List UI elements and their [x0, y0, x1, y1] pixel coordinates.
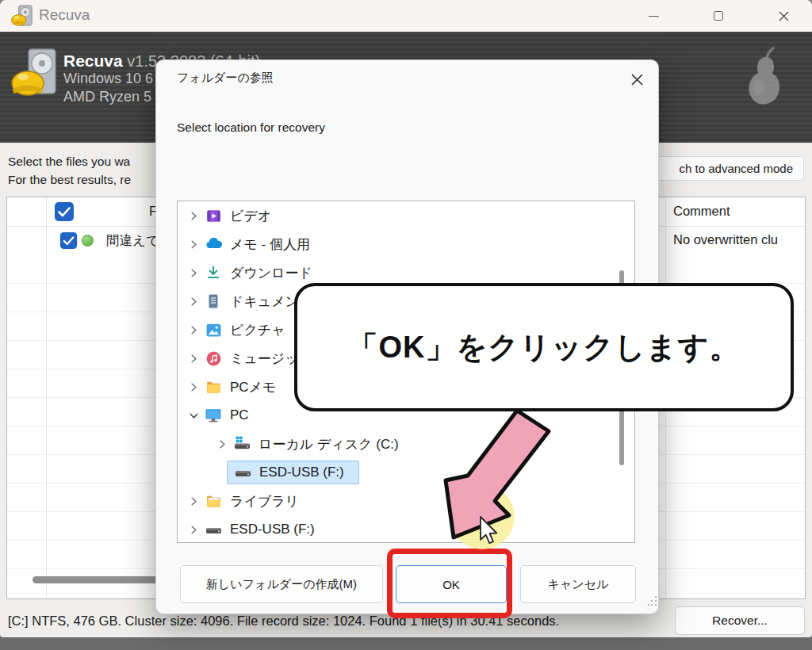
desktop-background-strip — [0, 637, 812, 650]
tree-item-1[interactable]: ビデオ — [178, 201, 634, 230]
dialog-subtitle: Select location for recovery — [177, 120, 325, 135]
chevron-right-icon[interactable] — [186, 381, 201, 393]
chevron-right-icon[interactable] — [186, 210, 201, 222]
title-bar: Recuva — [0, 0, 812, 32]
new-folder-label: 新しいフォルダーの作成(M) — [206, 577, 357, 592]
os-line: Windows 10 6 — [63, 71, 153, 87]
maximize-button[interactable] — [700, 0, 737, 32]
chevron-right-icon[interactable] — [186, 353, 201, 365]
tree-item-label: ESD-USB (F:) — [259, 465, 344, 480]
music-icon — [205, 350, 222, 367]
tree-item-label: ミュージッ — [230, 350, 299, 368]
tree-item-label: PC — [230, 407, 249, 423]
recuva-logo — [11, 48, 60, 106]
tree-item-label: ピクチャ — [230, 321, 285, 339]
piriform-pear-icon — [745, 46, 787, 109]
chevron-right-icon[interactable] — [186, 267, 201, 279]
row-comment: No overwritten clu — [673, 232, 804, 247]
chevron-right-icon[interactable] — [186, 495, 201, 507]
close-button[interactable] — [765, 0, 802, 32]
pictures-icon — [205, 321, 222, 338]
chevron-right-icon[interactable] — [186, 239, 201, 250]
drive-icon — [234, 464, 251, 481]
app-name: Recuva — [63, 52, 123, 70]
tree-item-label: PCメモ — [230, 378, 276, 396]
library-icon — [205, 492, 222, 510]
tree-item-9[interactable]: ローカル ディスク (C:) — [178, 430, 634, 458]
dialog-close-button[interactable] — [619, 63, 654, 95]
windows-drive-icon — [233, 435, 251, 453]
recover-button[interactable]: Recover... — [675, 606, 805, 635]
tree-item-label: ダウンロード — [230, 264, 312, 282]
row-checkbox[interactable] — [59, 231, 78, 250]
cancel-button[interactable]: キャンセル — [520, 565, 636, 603]
tree-item-label: ESD-USB (F:) — [230, 522, 315, 537]
minimize-icon — [649, 16, 659, 17]
dialog-title: フォルダーの参照 — [177, 71, 274, 86]
tree-item-11[interactable]: ライブラリ — [178, 487, 634, 515]
chevron-right-icon[interactable] — [186, 324, 201, 336]
tree-item-label: ライブラリ — [230, 492, 299, 510]
advanced-mode-label: ch to advanced mode — [680, 162, 793, 175]
ok-button-highlight-box — [387, 549, 512, 618]
resize-grip-icon[interactable] — [648, 596, 657, 606]
column-header-comment[interactable]: Comment — [673, 204, 730, 219]
annotation-text: 「OK」をクリックします。 — [347, 327, 740, 368]
maximize-icon — [714, 11, 723, 21]
cpu-line: AMD Ryzen 5 — [63, 89, 151, 105]
window-title: Recuva — [39, 6, 90, 24]
recover-label: Recover... — [712, 614, 768, 628]
select-all-checkbox[interactable] — [54, 201, 75, 222]
annotation-callout: 「OK」をクリックします。 — [294, 283, 794, 411]
chevron-right-icon[interactable] — [215, 438, 229, 450]
selected-tree-item-highlight: ESD-USB (F:) — [227, 461, 359, 484]
screen: Recuva Recuva v1.53.2083 (64-bit) Window… — [0, 0, 812, 650]
tree-item-2[interactable]: メモ - 個人用 — [178, 230, 634, 258]
new-folder-button[interactable]: 新しいフォルダーの作成(M) — [180, 565, 383, 603]
document-icon — [205, 292, 222, 310]
folder-icon — [205, 378, 222, 396]
tree-item-label: ドキュメン — [230, 292, 299, 311]
intro-line-1: Select the files you wa — [8, 155, 130, 169]
onedrive-icon — [205, 235, 222, 253]
intro-line-2: For the best results, re — [8, 173, 131, 187]
chevron-right-icon[interactable] — [186, 524, 201, 536]
tree-item-label: メモ - 個人用 — [230, 235, 310, 254]
chevron-down-icon[interactable] — [186, 410, 201, 422]
download-icon — [205, 264, 222, 281]
pc-icon — [205, 407, 222, 424]
chevron-right-icon[interactable] — [186, 296, 201, 308]
switch-to-advanced-mode-button[interactable]: ch to advanced mode — [639, 156, 804, 181]
minimize-button[interactable] — [635, 0, 672, 32]
close-icon — [630, 73, 644, 86]
recuva-app-icon — [10, 4, 35, 29]
tree-item-label: ビデオ — [230, 207, 271, 225]
drive-icon — [205, 521, 222, 538]
video-icon — [205, 207, 222, 224]
close-icon — [778, 10, 790, 22]
tree-item-12[interactable]: ESD-USB (F:) — [178, 515, 634, 543]
tree-item-10[interactable]: ESD-USB (F:) — [178, 458, 634, 487]
recoverable-state-icon — [82, 235, 94, 247]
tree-item-label: ローカル ディスク (C:) — [259, 435, 399, 453]
cancel-label: キャンセル — [548, 577, 609, 592]
